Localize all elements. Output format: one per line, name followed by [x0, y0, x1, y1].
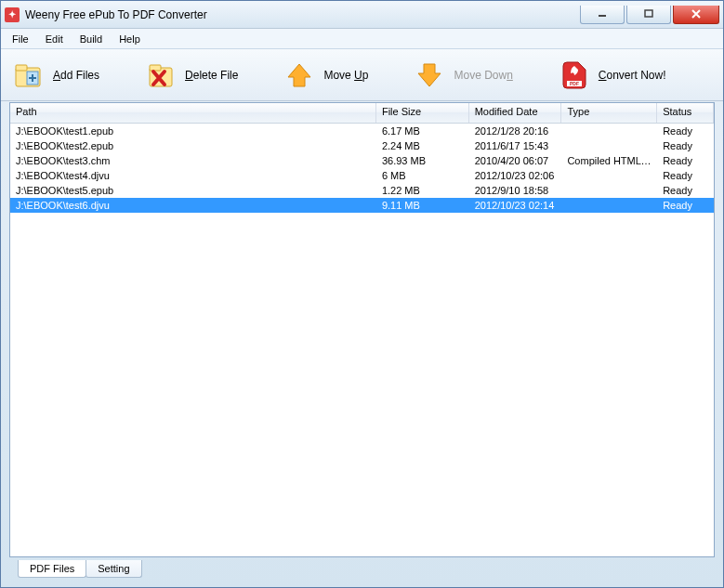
app-icon: ✦: [5, 7, 20, 22]
close-icon: [691, 9, 702, 19]
cell-size: 6 MB: [376, 170, 469, 181]
cell-status: Ready: [657, 185, 714, 196]
move-up-label: Move Up: [323, 69, 368, 82]
menu-build[interactable]: Build: [72, 32, 110, 46]
toolbar: Add Files Delete File Move Up Move Down …: [1, 49, 723, 101]
table-row[interactable]: J:\EBOOK\test5.epub1.22 MB2012/9/10 18:5…: [10, 183, 714, 198]
svg-rect-3: [16, 65, 27, 71]
file-list-panel: Path File Size Modified Date Type Status…: [9, 102, 715, 557]
window-controls: [580, 6, 719, 24]
convert-now-icon: PDF: [558, 59, 591, 92]
maximize-icon: [643, 9, 654, 19]
cell-path: J:\EBOOK\test5.epub: [10, 185, 376, 196]
convert-now-label: Convert Now!: [599, 69, 666, 82]
close-button[interactable]: [673, 6, 719, 24]
table-row[interactable]: J:\EBOOK\test2.epub2.24 MB2011/6/17 15:4…: [10, 138, 714, 153]
add-files-label: Add Files: [53, 69, 99, 82]
cell-modified: 2010/4/20 06:07: [469, 155, 562, 166]
cell-modified: 2011/6/17 15:43: [469, 140, 562, 151]
svg-rect-6: [150, 65, 161, 71]
column-header-status[interactable]: Status: [657, 103, 714, 123]
cell-modified: 2012/10/23 02:14: [469, 200, 562, 211]
cell-status: Ready: [657, 200, 714, 211]
move-down-button[interactable]: Move Down: [409, 55, 516, 96]
column-header-type[interactable]: Type: [561, 103, 657, 123]
move-down-icon: [413, 59, 446, 92]
cell-path: J:\EBOOK\test1.epub: [10, 125, 376, 137]
menu-help[interactable]: Help: [112, 32, 148, 46]
menu-file[interactable]: File: [5, 32, 36, 46]
cell-modified: 2012/10/23 02:06: [469, 170, 562, 181]
svg-rect-0: [599, 15, 606, 17]
cell-size: 2.24 MB: [376, 140, 469, 151]
cell-path: J:\EBOOK\test6.djvu: [10, 200, 376, 211]
titlebar: ✦ Weeny Free ePub To PDF Converter: [1, 1, 723, 29]
cell-modified: 2012/1/28 20:16: [469, 125, 562, 137]
table-row[interactable]: J:\EBOOK\test4.djvu6 MB2012/10/23 02:06R…: [10, 168, 714, 183]
menubar: File Edit Build Help: [1, 29, 723, 49]
table-body: J:\EBOOK\test1.epub6.17 MB2012/1/28 20:1…: [10, 124, 714, 213]
cell-status: Ready: [657, 140, 714, 151]
move-down-label: Move Down: [454, 69, 512, 82]
add-files-icon: [12, 59, 46, 92]
cell-modified: 2012/9/10 18:58: [469, 185, 562, 196]
cell-path: J:\EBOOK\test3.chm: [10, 155, 376, 166]
tab-setting[interactable]: Setting: [86, 560, 141, 578]
table-row[interactable]: J:\EBOOK\test6.djvu9.11 MB2012/10/23 02:…: [10, 198, 714, 213]
tab-pdf-files[interactable]: PDF Files: [18, 560, 86, 578]
cell-size: 9.11 MB: [376, 200, 469, 211]
move-up-button[interactable]: Move Up: [279, 55, 372, 96]
svg-text:PDF: PDF: [570, 81, 579, 86]
minimize-button[interactable]: [580, 6, 625, 24]
add-files-button[interactable]: Add Files: [8, 55, 103, 96]
column-header-path[interactable]: Path: [10, 103, 376, 123]
cell-status: Ready: [657, 170, 714, 181]
minimize-icon: [597, 9, 608, 19]
delete-file-label: Delete File: [185, 69, 238, 82]
menu-edit[interactable]: Edit: [38, 32, 71, 46]
convert-now-button[interactable]: PDF Convert Now!: [554, 55, 670, 96]
cell-size: 1.22 MB: [376, 185, 469, 196]
column-header-size[interactable]: File Size: [376, 103, 469, 123]
column-header-modified[interactable]: Modified Date: [469, 103, 562, 123]
cell-status: Ready: [657, 155, 714, 166]
bottom-tabs: PDF Files Setting: [18, 560, 141, 578]
cell-status: Ready: [657, 125, 714, 137]
cell-path: J:\EBOOK\test2.epub: [10, 140, 376, 151]
window-title: Weeny Free ePub To PDF Converter: [25, 8, 207, 21]
table-row[interactable]: J:\EBOOK\test3.chm36.93 MB2010/4/20 06:0…: [10, 153, 714, 168]
maximize-button[interactable]: [626, 6, 671, 24]
delete-file-icon: [144, 59, 178, 92]
cell-path: J:\EBOOK\test4.djvu: [10, 170, 376, 181]
cell-size: 6.17 MB: [376, 125, 469, 137]
cell-size: 36.93 MB: [376, 155, 469, 166]
cell-type: Compiled HTML H...: [561, 155, 657, 166]
delete-file-button[interactable]: Delete File: [140, 55, 242, 96]
move-up-icon: [283, 59, 316, 92]
table-header: Path File Size Modified Date Type Status: [10, 103, 714, 124]
svg-rect-1: [645, 10, 652, 17]
table-row[interactable]: J:\EBOOK\test1.epub6.17 MB2012/1/28 20:1…: [10, 124, 714, 138]
app-window: ✦ Weeny Free ePub To PDF Converter File …: [0, 0, 724, 588]
